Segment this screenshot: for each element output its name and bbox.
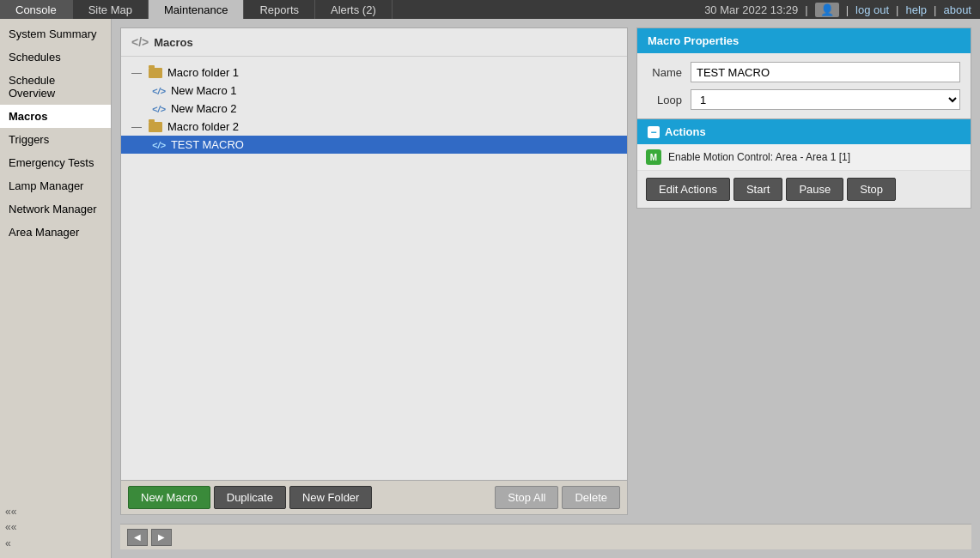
main-layout: System Summary Schedules Schedule Overvi… xyxy=(0,19,980,558)
collapse-arrow-1[interactable]: «« xyxy=(5,505,106,519)
actions-header: − Actions xyxy=(637,119,971,144)
macro-item-new-macro-1[interactable]: </> New Macro 1 xyxy=(121,82,627,100)
loop-label: Loop xyxy=(648,94,682,106)
macro-code-icon-2: </> xyxy=(152,104,166,114)
duplicate-button[interactable]: Duplicate xyxy=(214,486,286,509)
help-link[interactable]: help xyxy=(905,3,927,16)
name-row: Name xyxy=(648,62,960,82)
sidebar-item-area-manager[interactable]: Area Manager xyxy=(0,221,111,244)
macro-label-new-macro-2: New Macro 2 xyxy=(171,102,237,115)
actions-section: − Actions M Enable Motion Control: Area … xyxy=(636,119,971,209)
folder-icon-2 xyxy=(149,122,162,132)
sidebar-item-network-manager[interactable]: Network Manager xyxy=(0,197,111,221)
tab-alerts[interactable]: Alerts (2) xyxy=(315,0,393,19)
user-avatar: 👤 xyxy=(815,3,839,17)
macros-bottom-bar: New Macro Duplicate New Folder Stop All … xyxy=(121,480,627,514)
stop-button[interactable]: Stop xyxy=(847,178,896,201)
right-panel: Macro Properties Name Loop 1 2 In xyxy=(636,27,971,209)
tab-sitemap[interactable]: Site Map xyxy=(73,0,149,19)
action-motion-icon: M xyxy=(646,149,661,165)
top-bar-right: 30 Mar 2022 13:29 | 👤 | log out | help |… xyxy=(696,0,980,19)
pause-button[interactable]: Pause xyxy=(786,178,843,201)
macros-panel: </> Macros — Macro folder 1 </> New Macr… xyxy=(120,27,628,515)
tree-folder-1[interactable]: — Macro folder 1 xyxy=(121,64,627,82)
sidebar-item-schedule-overview[interactable]: Schedule Overview xyxy=(0,69,111,105)
macro-code-icon-1: </> xyxy=(152,86,166,96)
actions-collapse-icon[interactable]: − xyxy=(648,126,660,138)
datetime: 30 Mar 2022 13:29 xyxy=(704,3,798,16)
about-link[interactable]: about xyxy=(943,3,971,16)
back-button[interactable]: ◀ xyxy=(127,529,148,546)
folder-dash-2: — xyxy=(131,121,142,133)
folder-dash-1: — xyxy=(131,67,142,79)
sidebar-item-schedules[interactable]: Schedules xyxy=(0,45,111,69)
logout-link[interactable]: log out xyxy=(855,3,889,16)
edit-actions-button[interactable]: Edit Actions xyxy=(646,178,730,201)
tree-folder-2[interactable]: — Macro folder 2 xyxy=(121,118,627,136)
properties-body: Name Loop 1 2 Infinite xyxy=(637,53,971,118)
folder-label-2: Macro folder 2 xyxy=(167,120,239,133)
folder-icon-1 xyxy=(149,68,162,78)
new-macro-button[interactable]: New Macro xyxy=(128,486,210,509)
sidebar-item-emergency-tests[interactable]: Emergency Tests xyxy=(0,151,111,174)
sidebar-item-triggers[interactable]: Triggers xyxy=(0,128,111,151)
properties-header: Macro Properties xyxy=(637,28,971,53)
collapse-arrow-2[interactable]: «« xyxy=(5,520,106,535)
delete-button[interactable]: Delete xyxy=(562,486,620,509)
start-button[interactable]: Start xyxy=(733,178,782,201)
actions-buttons: Edit Actions Start Pause Stop xyxy=(637,171,971,208)
top-navigation-bar: Console Site Map Maintenance Reports Ale… xyxy=(0,0,980,19)
tab-console[interactable]: Console xyxy=(0,0,73,19)
name-label: Name xyxy=(648,66,682,79)
macros-title: Macros xyxy=(154,36,193,49)
content-area: </> Macros — Macro folder 1 </> New Macr… xyxy=(112,19,980,558)
macros-header: </> Macros xyxy=(121,28,627,57)
forward-button[interactable]: ▶ xyxy=(151,529,172,546)
sidebar: System Summary Schedules Schedule Overvi… xyxy=(0,19,112,558)
name-input[interactable] xyxy=(691,62,960,82)
macro-label-new-macro-1: New Macro 1 xyxy=(171,84,237,97)
bottom-navigation: ◀ ▶ xyxy=(120,524,971,549)
action-item-1: M Enable Motion Control: Area - Area 1 [… xyxy=(637,144,971,171)
tab-reports[interactable]: Reports xyxy=(244,0,315,19)
macro-properties-panel: Macro Properties Name Loop 1 2 In xyxy=(636,27,971,119)
sidebar-item-lamp-manager[interactable]: Lamp Manager xyxy=(0,174,111,197)
macros-tree: — Macro folder 1 </> New Macro 1 </> New… xyxy=(121,57,627,480)
macros-code-icon: </> xyxy=(131,35,149,49)
loop-select[interactable]: 1 2 Infinite xyxy=(691,89,960,110)
stop-all-button[interactable]: Stop All xyxy=(495,486,558,509)
sidebar-item-system-summary[interactable]: System Summary xyxy=(0,22,111,45)
sidebar-item-macros[interactable]: Macros xyxy=(0,105,111,128)
action-motion-label: Enable Motion Control: Area - Area 1 [1] xyxy=(668,151,850,163)
folder-label-1: Macro folder 1 xyxy=(167,66,239,79)
new-folder-button[interactable]: New Folder xyxy=(289,486,372,509)
sidebar-collapse-arrows: «« «« « xyxy=(0,498,111,558)
collapse-arrow-3[interactable]: « xyxy=(5,537,106,551)
macro-item-test-macro[interactable]: </> TEST MACRO xyxy=(121,136,627,154)
macro-label-test-macro: TEST MACRO xyxy=(171,138,244,151)
macro-code-icon-3: </> xyxy=(152,140,166,150)
tab-maintenance[interactable]: Maintenance xyxy=(149,0,244,19)
loop-row: Loop 1 2 Infinite xyxy=(648,89,960,110)
macro-item-new-macro-2[interactable]: </> New Macro 2 xyxy=(121,100,627,118)
